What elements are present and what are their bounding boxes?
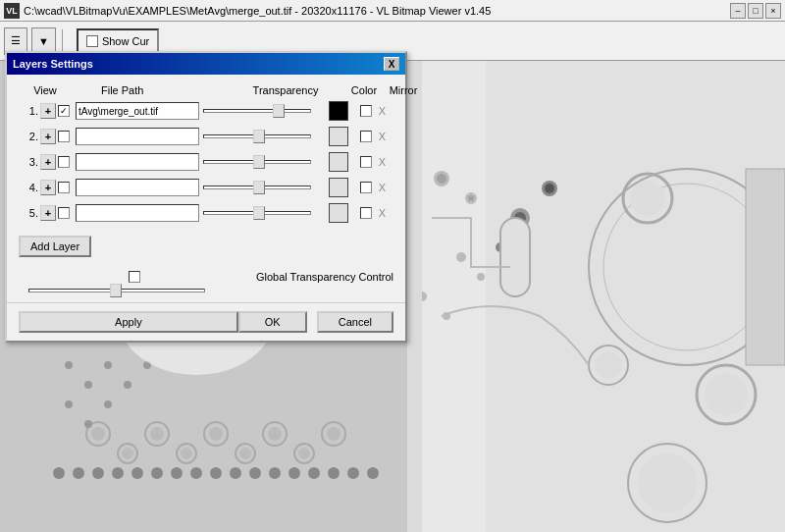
svg-point-72: [65, 400, 73, 408]
layer-3-slider-track[interactable]: [203, 160, 311, 164]
layer-4-color-btn[interactable]: [329, 178, 348, 197]
svg-point-68: [84, 381, 92, 389]
show-cur-checkbox[interactable]: [86, 35, 98, 47]
app-icon: VL: [4, 3, 20, 19]
svg-point-40: [268, 427, 282, 441]
layer-5-view-checkbox[interactable]: [58, 207, 70, 219]
minimize-button[interactable]: –: [730, 3, 746, 19]
layer-2-view-checkbox[interactable]: [58, 131, 70, 142]
svg-point-47: [92, 467, 104, 479]
layer-3-x-btn[interactable]: X: [379, 156, 386, 168]
dialog-footer: Apply OK Cancel: [7, 302, 405, 341]
layer-3-color-btn[interactable]: [329, 152, 348, 172]
table-row: 4. + X: [19, 177, 393, 198]
layer-1-mirror-cell: X: [356, 105, 386, 117]
layer-5-slider-thumb[interactable]: [253, 206, 265, 220]
layer-3-plus-btn[interactable]: +: [40, 154, 56, 170]
layer-4-slider[interactable]: [203, 179, 321, 196]
svg-point-42: [298, 448, 310, 459]
svg-point-32: [150, 427, 164, 441]
apply-button[interactable]: Apply: [19, 311, 238, 333]
layer-5-x-btn[interactable]: X: [379, 207, 386, 219]
layer-4-num: 4.: [19, 182, 40, 193]
svg-point-61: [367, 467, 379, 479]
global-trans-slider-thumb[interactable]: [110, 284, 122, 297]
layer-3-mirror-checkbox[interactable]: [360, 156, 372, 168]
maximize-button[interactable]: □: [748, 3, 763, 19]
layer-4-plus-btn[interactable]: +: [40, 180, 56, 195]
layer-4-mirror-checkbox[interactable]: [360, 182, 372, 193]
close-button[interactable]: ×: [765, 3, 781, 19]
layer-1-color-btn[interactable]: [329, 101, 348, 121]
layer-1-x-btn[interactable]: X: [379, 105, 386, 117]
layer-5-color-btn[interactable]: [329, 203, 348, 223]
svg-point-51: [171, 467, 183, 479]
layer-1-view-checkbox[interactable]: [58, 105, 70, 117]
svg-point-11: [545, 184, 554, 193]
footer-left: Apply: [19, 311, 238, 333]
svg-point-58: [308, 467, 320, 479]
layer-5-mirror-checkbox[interactable]: [360, 207, 372, 219]
svg-point-54: [230, 467, 241, 479]
table-header: View File Path Transparency Color Mirror: [19, 84, 393, 96]
svg-point-15: [705, 373, 748, 416]
layer-2-slider-thumb[interactable]: [253, 130, 265, 143]
svg-point-74: [104, 400, 112, 408]
svg-point-45: [53, 467, 65, 479]
col-mirror: Mirror: [384, 84, 423, 96]
global-trans-slider-track[interactable]: [28, 289, 205, 293]
svg-point-52: [190, 467, 202, 479]
window-title: C:\wcad\VLBitmapVu\EXAMPLES\MetAvg\merge…: [24, 5, 491, 17]
col-spacer: [70, 84, 99, 96]
global-trans-slider-row: [28, 289, 393, 293]
cancel-button[interactable]: Cancel: [317, 311, 393, 333]
layer-5-slider[interactable]: [203, 204, 321, 222]
layer-2-slider[interactable]: [203, 128, 321, 145]
svg-point-69: [104, 361, 112, 369]
layer-1-num: 1.: [19, 105, 40, 117]
layer-4-slider-track[interactable]: [203, 186, 311, 189]
global-trans-checkbox[interactable]: [129, 271, 140, 283]
svg-point-60: [347, 467, 359, 479]
layer-4-view-checkbox[interactable]: [58, 182, 70, 193]
svg-point-70: [124, 381, 131, 389]
layer-5-slider-track[interactable]: [203, 211, 311, 215]
layer-1-slider[interactable]: [203, 102, 321, 120]
svg-point-50: [151, 467, 163, 479]
layers-dialog: Layers Settings X View File Path Transpa…: [5, 51, 407, 343]
layer-2-plus-btn[interactable]: +: [40, 129, 56, 144]
layer-3-view-checkbox[interactable]: [58, 156, 70, 168]
layer-4-slider-thumb[interactable]: [253, 181, 265, 194]
svg-point-66: [638, 453, 697, 512]
add-layer-area: Add Layer: [19, 230, 393, 265]
layer-2-color-btn[interactable]: [329, 127, 348, 146]
layer-2-x-btn[interactable]: X: [379, 131, 386, 142]
dialog-title-text: Layers Settings: [13, 58, 93, 70]
menu-icon: ☰: [11, 34, 21, 47]
ok-button[interactable]: OK: [238, 311, 307, 333]
layer-1-plus-btn[interactable]: +: [40, 103, 56, 119]
layer-5-mirror-cell: X: [356, 207, 386, 219]
layer-1-slider-thumb[interactable]: [273, 104, 285, 118]
layer-1-slider-track[interactable]: [203, 109, 311, 113]
svg-point-55: [249, 467, 261, 479]
dialog-window: Layers Settings X View File Path Transpa…: [5, 51, 407, 343]
layer-2-slider-track[interactable]: [203, 134, 311, 138]
svg-point-49: [131, 467, 143, 479]
footer-right: OK Cancel: [238, 311, 393, 333]
layer-3-slider[interactable]: [203, 153, 321, 171]
layer-2-mirror-checkbox[interactable]: [360, 131, 372, 142]
dialog-close-button[interactable]: X: [384, 57, 399, 71]
layer-3-filepath: [76, 153, 199, 171]
layer-1-mirror-checkbox[interactable]: [360, 105, 372, 117]
layer-3-slider-thumb[interactable]: [253, 155, 265, 169]
layer-4-x-btn[interactable]: X: [379, 182, 386, 193]
layer-2-filepath: [76, 128, 199, 145]
col-transparency: Transparency: [227, 84, 344, 96]
show-cur-button[interactable]: Show Cur: [77, 28, 159, 54]
layer-4-filepath: [76, 179, 199, 196]
svg-point-38: [239, 448, 251, 459]
layer-5-filepath: [76, 204, 199, 222]
add-layer-button[interactable]: Add Layer: [19, 236, 91, 257]
layer-5-plus-btn[interactable]: +: [40, 205, 56, 221]
